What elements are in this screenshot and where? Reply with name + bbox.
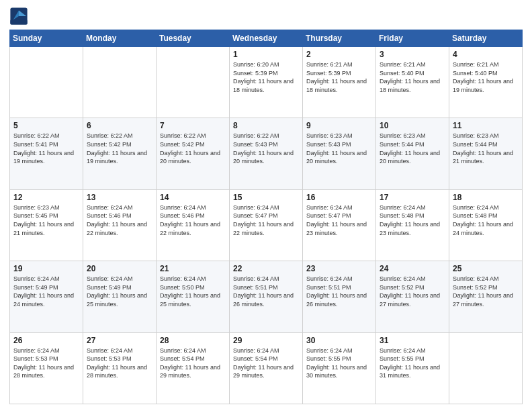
day-info: Sunrise: 6:24 AM Sunset: 5:55 PM Dayligh… xyxy=(306,347,372,380)
calendar-table: SundayMondayTuesdayWednesdayThursdayFrid… xyxy=(9,30,523,404)
calendar-cell xyxy=(10,47,83,118)
calendar-week-1: 1Sunrise: 6:20 AM Sunset: 5:39 PM Daylig… xyxy=(10,47,523,118)
calendar-header-row: SundayMondayTuesdayWednesdayThursdayFrid… xyxy=(10,30,523,47)
calendar-cell: 13Sunrise: 6:24 AM Sunset: 5:46 PM Dayli… xyxy=(83,189,157,261)
day-number: 22 xyxy=(233,264,299,273)
calendar-cell: 29Sunrise: 6:24 AM Sunset: 5:54 PM Dayli… xyxy=(230,332,303,404)
day-number: 18 xyxy=(453,193,519,202)
day-number: 6 xyxy=(87,121,152,130)
day-header-thursday: Thursday xyxy=(303,30,376,47)
day-info: Sunrise: 6:24 AM Sunset: 5:47 PM Dayligh… xyxy=(306,203,372,237)
day-number: 9 xyxy=(306,121,372,130)
day-number: 2 xyxy=(306,50,372,59)
day-header-wednesday: Wednesday xyxy=(230,30,303,47)
day-number: 29 xyxy=(233,336,299,345)
day-number: 5 xyxy=(13,121,79,130)
calendar-cell: 14Sunrise: 6:24 AM Sunset: 5:46 PM Dayli… xyxy=(157,189,230,261)
calendar-cell: 16Sunrise: 6:24 AM Sunset: 5:47 PM Dayli… xyxy=(303,189,376,261)
day-info: Sunrise: 6:24 AM Sunset: 5:54 PM Dayligh… xyxy=(233,347,299,380)
day-info: Sunrise: 6:21 AM Sunset: 5:40 PM Dayligh… xyxy=(453,60,519,94)
calendar-cell: 18Sunrise: 6:24 AM Sunset: 5:48 PM Dayli… xyxy=(449,189,523,261)
day-number: 21 xyxy=(160,264,226,273)
day-header-monday: Monday xyxy=(83,30,157,47)
svg-rect-3 xyxy=(10,20,27,25)
calendar-cell xyxy=(449,332,523,404)
calendar-cell: 22Sunrise: 6:24 AM Sunset: 5:51 PM Dayli… xyxy=(230,261,303,332)
calendar-cell: 21Sunrise: 6:24 AM Sunset: 5:50 PM Dayli… xyxy=(157,261,230,332)
calendar-cell: 28Sunrise: 6:24 AM Sunset: 5:54 PM Dayli… xyxy=(157,332,230,404)
day-info: Sunrise: 6:24 AM Sunset: 5:47 PM Dayligh… xyxy=(233,203,299,237)
day-number: 11 xyxy=(453,121,519,130)
day-number: 15 xyxy=(233,193,299,202)
day-number: 14 xyxy=(160,193,226,202)
day-info: Sunrise: 6:24 AM Sunset: 5:52 PM Dayligh… xyxy=(380,275,445,308)
calendar-cell: 4Sunrise: 6:21 AM Sunset: 5:40 PM Daylig… xyxy=(449,47,523,118)
logo-icon xyxy=(9,7,28,26)
day-info: Sunrise: 6:22 AM Sunset: 5:43 PM Dayligh… xyxy=(233,132,299,165)
day-header-tuesday: Tuesday xyxy=(157,30,230,47)
day-number: 20 xyxy=(87,264,152,273)
day-info: Sunrise: 6:22 AM Sunset: 5:42 PM Dayligh… xyxy=(160,132,226,165)
calendar-cell: 9Sunrise: 6:23 AM Sunset: 5:43 PM Daylig… xyxy=(303,118,376,189)
day-info: Sunrise: 6:24 AM Sunset: 5:53 PM Dayligh… xyxy=(13,347,79,380)
calendar-cell: 26Sunrise: 6:24 AM Sunset: 5:53 PM Dayli… xyxy=(10,332,83,404)
day-number: 30 xyxy=(306,336,372,345)
calendar-cell: 10Sunrise: 6:23 AM Sunset: 5:44 PM Dayli… xyxy=(376,118,449,189)
day-header-friday: Friday xyxy=(376,30,449,47)
day-number: 23 xyxy=(306,264,372,273)
calendar-cell: 11Sunrise: 6:23 AM Sunset: 5:44 PM Dayli… xyxy=(449,118,523,189)
day-info: Sunrise: 6:24 AM Sunset: 5:52 PM Dayligh… xyxy=(453,275,519,308)
day-info: Sunrise: 6:22 AM Sunset: 5:42 PM Dayligh… xyxy=(87,132,152,165)
header xyxy=(9,7,523,26)
calendar-cell: 8Sunrise: 6:22 AM Sunset: 5:43 PM Daylig… xyxy=(230,118,303,189)
calendar-cell: 20Sunrise: 6:24 AM Sunset: 5:49 PM Dayli… xyxy=(83,261,157,332)
day-info: Sunrise: 6:24 AM Sunset: 5:48 PM Dayligh… xyxy=(453,203,519,237)
day-info: Sunrise: 6:23 AM Sunset: 5:44 PM Dayligh… xyxy=(380,132,445,165)
day-number: 27 xyxy=(87,336,152,345)
day-info: Sunrise: 6:24 AM Sunset: 5:46 PM Dayligh… xyxy=(87,203,152,237)
day-info: Sunrise: 6:24 AM Sunset: 5:49 PM Dayligh… xyxy=(87,275,152,308)
day-number: 13 xyxy=(87,193,152,202)
day-info: Sunrise: 6:24 AM Sunset: 5:46 PM Dayligh… xyxy=(160,203,226,237)
day-info: Sunrise: 6:23 AM Sunset: 5:44 PM Dayligh… xyxy=(453,132,519,165)
day-number: 3 xyxy=(380,50,445,59)
day-info: Sunrise: 6:22 AM Sunset: 5:41 PM Dayligh… xyxy=(13,132,79,165)
calendar-cell: 7Sunrise: 6:22 AM Sunset: 5:42 PM Daylig… xyxy=(157,118,230,189)
day-number: 26 xyxy=(13,336,79,345)
calendar-cell: 1Sunrise: 6:20 AM Sunset: 5:39 PM Daylig… xyxy=(230,47,303,118)
calendar-cell: 31Sunrise: 6:24 AM Sunset: 5:55 PM Dayli… xyxy=(376,332,449,404)
day-info: Sunrise: 6:24 AM Sunset: 5:51 PM Dayligh… xyxy=(233,275,299,308)
calendar-cell: 24Sunrise: 6:24 AM Sunset: 5:52 PM Dayli… xyxy=(376,261,449,332)
calendar-cell: 23Sunrise: 6:24 AM Sunset: 5:51 PM Dayli… xyxy=(303,261,376,332)
calendar-week-4: 19Sunrise: 6:24 AM Sunset: 5:49 PM Dayli… xyxy=(10,261,523,332)
day-header-sunday: Sunday xyxy=(10,30,83,47)
day-info: Sunrise: 6:21 AM Sunset: 5:40 PM Dayligh… xyxy=(380,60,445,94)
day-info: Sunrise: 6:23 AM Sunset: 5:45 PM Dayligh… xyxy=(13,203,79,237)
day-info: Sunrise: 6:23 AM Sunset: 5:43 PM Dayligh… xyxy=(306,132,372,165)
day-number: 17 xyxy=(380,193,445,202)
calendar-cell: 27Sunrise: 6:24 AM Sunset: 5:53 PM Dayli… xyxy=(83,332,157,404)
calendar-cell: 6Sunrise: 6:22 AM Sunset: 5:42 PM Daylig… xyxy=(83,118,157,189)
calendar-cell: 19Sunrise: 6:24 AM Sunset: 5:49 PM Dayli… xyxy=(10,261,83,332)
day-number: 10 xyxy=(380,121,445,130)
day-info: Sunrise: 6:24 AM Sunset: 5:48 PM Dayligh… xyxy=(380,203,445,237)
day-number: 1 xyxy=(233,50,299,59)
day-info: Sunrise: 6:24 AM Sunset: 5:53 PM Dayligh… xyxy=(87,347,152,380)
day-number: 16 xyxy=(306,193,372,202)
calendar-cell: 12Sunrise: 6:23 AM Sunset: 5:45 PM Dayli… xyxy=(10,189,83,261)
calendar-cell: 30Sunrise: 6:24 AM Sunset: 5:55 PM Dayli… xyxy=(303,332,376,404)
day-info: Sunrise: 6:24 AM Sunset: 5:54 PM Dayligh… xyxy=(160,347,226,380)
calendar-cell: 2Sunrise: 6:21 AM Sunset: 5:39 PM Daylig… xyxy=(303,47,376,118)
day-info: Sunrise: 6:20 AM Sunset: 5:39 PM Dayligh… xyxy=(233,60,299,94)
calendar-cell xyxy=(157,47,230,118)
day-number: 28 xyxy=(160,336,226,345)
day-header-saturday: Saturday xyxy=(449,30,523,47)
calendar-cell: 15Sunrise: 6:24 AM Sunset: 5:47 PM Dayli… xyxy=(230,189,303,261)
calendar-cell: 3Sunrise: 6:21 AM Sunset: 5:40 PM Daylig… xyxy=(376,47,449,118)
day-number: 12 xyxy=(13,193,79,202)
day-number: 25 xyxy=(453,264,519,273)
page: SundayMondayTuesdayWednesdayThursdayFrid… xyxy=(0,0,532,411)
day-info: Sunrise: 6:24 AM Sunset: 5:49 PM Dayligh… xyxy=(13,275,79,308)
calendar-week-2: 5Sunrise: 6:22 AM Sunset: 5:41 PM Daylig… xyxy=(10,118,523,189)
calendar-cell: 25Sunrise: 6:24 AM Sunset: 5:52 PM Dayli… xyxy=(449,261,523,332)
